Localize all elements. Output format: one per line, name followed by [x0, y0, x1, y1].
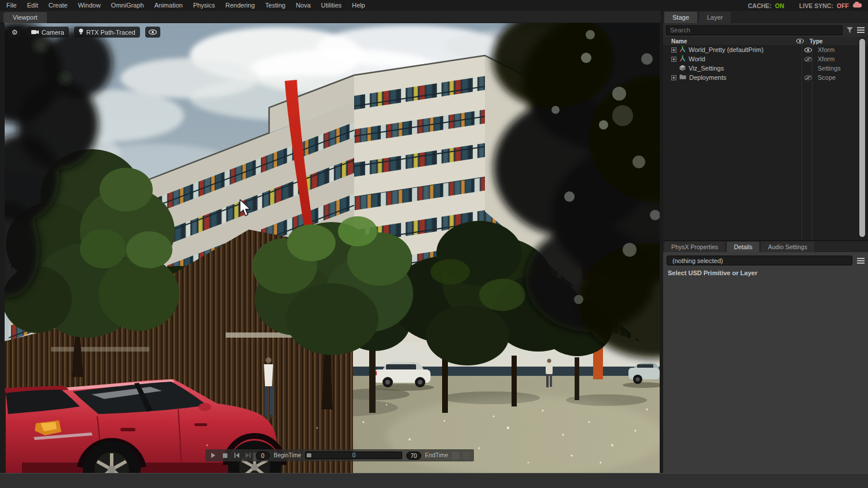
- details-panel-tabs: PhysX Properties Details Audio Settings: [663, 241, 868, 252]
- camera-button[interactable]: Camera: [27, 27, 69, 38]
- begin-time-label: BeginTime: [274, 452, 301, 459]
- cache-value: ON: [775, 2, 784, 9]
- details-panel-body: (nothing selected) Select USD Primitive …: [663, 252, 868, 485]
- selection-field[interactable]: (nothing selected): [667, 256, 852, 265]
- menu-omnigraph[interactable]: OmniGraph: [106, 0, 149, 11]
- stage-scrollbar-thumb[interactable]: [859, 39, 865, 237]
- mouse-cursor: [239, 199, 252, 219]
- timeline-bar: 0 BeginTime 0 70 EndTime: [205, 449, 474, 461]
- prim-type: Xform: [814, 46, 834, 53]
- tab-viewport[interactable]: Viewport: [3, 12, 47, 23]
- selection-hint-text: Select USD Primitive or Layer: [667, 265, 865, 280]
- stage-panel-tabs: Stage Layer: [663, 11, 868, 23]
- stage-options-icon[interactable]: [857, 27, 865, 33]
- column-name[interactable]: Name: [663, 38, 793, 45]
- menu-testing[interactable]: Testing: [260, 0, 290, 11]
- skip-to-end-button[interactable]: [244, 452, 252, 459]
- tab-stage[interactable]: Stage: [664, 12, 697, 23]
- viewport-tabstrip: Viewport: [0, 11, 661, 23]
- expand-icon[interactable]: [671, 75, 676, 80]
- expand-icon[interactable]: [671, 47, 676, 53]
- tab-physx-properties[interactable]: PhysX Properties: [664, 242, 725, 252]
- column-type[interactable]: Type: [806, 38, 823, 45]
- renderer-button-label: RTX Path-Traced: [86, 29, 135, 36]
- viewport-settings-button[interactable]: ⚙: [8, 27, 21, 38]
- cube-icon: [679, 65, 686, 72]
- menu-nova[interactable]: Nova: [290, 0, 316, 11]
- timeline-option-button[interactable]: [452, 452, 459, 459]
- end-time-field[interactable]: 70: [406, 452, 421, 460]
- prim-name: World: [689, 56, 705, 62]
- camera-icon: [31, 29, 39, 36]
- render-scene: [5, 23, 660, 473]
- column-visibility-eye-icon[interactable]: [793, 39, 806, 43]
- tab-audio-settings[interactable]: Audio Settings: [761, 242, 814, 252]
- prim-name: Viz_Settings: [689, 65, 724, 72]
- menu-edit[interactable]: Edit: [22, 0, 43, 11]
- camera-button-label: Camera: [42, 29, 64, 36]
- menu-window[interactable]: Window: [73, 0, 106, 11]
- stage-search-row: [663, 23, 868, 37]
- details-options-icon[interactable]: [857, 258, 865, 264]
- prim-type: Xform: [814, 56, 834, 62]
- stage-tree-header: Name Type: [663, 37, 868, 45]
- stage-scrollbar[interactable]: [859, 38, 866, 238]
- timeline-slider[interactable]: 0: [305, 452, 402, 459]
- begin-time-field[interactable]: 0: [256, 452, 270, 460]
- end-time-label: EndTime: [425, 452, 448, 459]
- stage-row-world[interactable]: World Xform: [663, 54, 868, 64]
- tab-details[interactable]: Details: [727, 242, 759, 252]
- skip-to-start-button[interactable]: [233, 452, 240, 459]
- status-indicators: CACHE: ON LIVE SYNC: OFF: [748, 0, 862, 11]
- gear-icon: ⚙: [12, 29, 18, 36]
- live-sync-value: OFF: [837, 2, 849, 9]
- visibility-button[interactable]: [145, 27, 160, 38]
- stage-row-world-pretty[interactable]: World_Pretty (defaultPrim) Xform: [663, 45, 868, 54]
- timeline-loop-button[interactable]: [463, 452, 470, 459]
- timeline-current-value: 0: [306, 452, 402, 459]
- menu-animation[interactable]: Animation: [149, 0, 188, 11]
- xform-axis-icon: [679, 46, 686, 54]
- prim-type: Settings: [814, 65, 841, 72]
- play-button[interactable]: [209, 452, 217, 459]
- prim-name: Deployments: [689, 74, 726, 81]
- stage-row-viz-settings[interactable]: Viz_Settings Settings: [663, 64, 868, 73]
- bottom-status-strip: [0, 473, 868, 488]
- folder-icon: [679, 74, 686, 81]
- viewport-toolbar: ⚙ Camera RTX Path-Traced: [8, 27, 160, 38]
- tab-layer[interactable]: Layer: [699, 12, 731, 23]
- renderer-button[interactable]: RTX Path-Traced: [74, 27, 140, 38]
- stop-button[interactable]: [221, 452, 229, 459]
- viewport-canvas[interactable]: ⚙ Camera RTX Path-Traced: [5, 23, 660, 473]
- menu-physics[interactable]: Physics: [188, 0, 220, 11]
- prim-type: Scope: [814, 74, 836, 81]
- menu-file[interactable]: File: [1, 0, 22, 11]
- menu-utilities[interactable]: Utilities: [316, 0, 347, 11]
- search-input[interactable]: [666, 25, 843, 35]
- menu-rendering[interactable]: Rendering: [220, 0, 260, 11]
- cloud-icon: [852, 2, 862, 9]
- eye-icon: [149, 29, 157, 36]
- filter-icon[interactable]: [847, 25, 853, 35]
- lightbulb-icon: [79, 28, 83, 36]
- menu-help[interactable]: Help: [347, 0, 370, 11]
- menu-bar: File Edit Create Window OmniGraph Animat…: [0, 0, 868, 11]
- expand-icon[interactable]: [671, 57, 676, 62]
- cache-label: CACHE:: [748, 2, 771, 9]
- stage-row-deployments[interactable]: Deployments Scope: [663, 73, 868, 82]
- menu-create[interactable]: Create: [43, 0, 73, 11]
- right-panel: Stage Layer Name Type: [663, 11, 868, 473]
- prim-name: World_Pretty (defaultPrim): [689, 46, 763, 53]
- stage-tree: Name Type World_Pretty (defaultPrim) Xfo…: [663, 37, 868, 241]
- xform-axis-icon: [679, 55, 686, 63]
- live-sync-label: LIVE SYNC:: [799, 2, 833, 9]
